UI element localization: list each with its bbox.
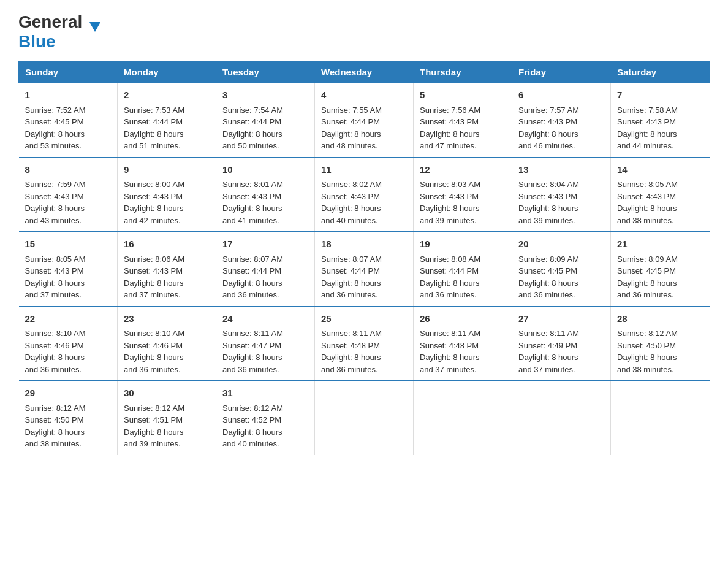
logo-row2: Blue <box>18 32 56 52</box>
day-number: 14 <box>617 163 703 177</box>
day-number: 22 <box>25 312 112 326</box>
day-info: Sunrise: 8:00 AMSunset: 4:43 PMDaylight:… <box>124 180 184 225</box>
header-wednesday: Wednesday <box>315 62 414 83</box>
header-monday: Monday <box>118 62 216 83</box>
day-info: Sunrise: 8:07 AMSunset: 4:44 PMDaylight:… <box>321 255 382 300</box>
calendar-cell: 26Sunrise: 8:11 AMSunset: 4:48 PMDayligh… <box>414 307 512 381</box>
day-number: 3 <box>222 88 308 102</box>
svg-marker-0 <box>89 22 100 32</box>
calendar-cell: 29Sunrise: 8:12 AMSunset: 4:50 PMDayligh… <box>19 381 118 455</box>
day-number: 24 <box>222 312 308 326</box>
calendar-cell: 2Sunrise: 7:53 AMSunset: 4:44 PMDaylight… <box>118 83 216 158</box>
day-info: Sunrise: 7:59 AMSunset: 4:43 PMDaylight:… <box>25 180 86 225</box>
logo-general-text: General <box>18 12 82 32</box>
week-row-2: 8Sunrise: 7:59 AMSunset: 4:43 PMDaylight… <box>19 158 710 232</box>
day-number: 19 <box>420 237 506 251</box>
day-info: Sunrise: 8:10 AMSunset: 4:46 PMDaylight:… <box>25 329 86 374</box>
header-tuesday: Tuesday <box>216 62 315 83</box>
day-info: Sunrise: 8:08 AMSunset: 4:44 PMDaylight:… <box>420 255 480 300</box>
day-info: Sunrise: 7:54 AMSunset: 4:44 PMDaylight:… <box>222 105 283 151</box>
calendar-cell: 23Sunrise: 8:10 AMSunset: 4:46 PMDayligh… <box>118 307 216 381</box>
calendar-cell: 10Sunrise: 8:01 AMSunset: 4:43 PMDayligh… <box>216 158 315 232</box>
day-number: 13 <box>518 163 604 177</box>
header-friday: Friday <box>512 62 611 83</box>
day-number: 31 <box>222 386 308 400</box>
logo-row1: General <box>18 12 89 32</box>
calendar-cell: 30Sunrise: 8:12 AMSunset: 4:51 PMDayligh… <box>118 381 216 455</box>
day-info: Sunrise: 8:12 AMSunset: 4:51 PMDaylight:… <box>124 404 184 449</box>
day-number: 18 <box>321 237 407 251</box>
calendar-table: SundayMondayTuesdayWednesdayThursdayFrid… <box>18 61 710 455</box>
calendar-cell: 27Sunrise: 8:11 AMSunset: 4:49 PMDayligh… <box>512 307 611 381</box>
day-number: 2 <box>124 88 210 102</box>
day-number: 5 <box>420 88 506 102</box>
calendar-cell: 11Sunrise: 8:02 AMSunset: 4:43 PMDayligh… <box>315 158 414 232</box>
calendar-body: 1Sunrise: 7:52 AMSunset: 4:45 PMDaylight… <box>19 83 710 455</box>
day-info: Sunrise: 8:12 AMSunset: 4:52 PMDaylight:… <box>222 404 283 449</box>
calendar-cell <box>315 381 414 455</box>
calendar-cell: 14Sunrise: 8:05 AMSunset: 4:43 PMDayligh… <box>611 158 710 232</box>
day-number: 4 <box>321 88 407 102</box>
calendar-cell: 22Sunrise: 8:10 AMSunset: 4:46 PMDayligh… <box>19 307 118 381</box>
calendar-cell: 17Sunrise: 8:07 AMSunset: 4:44 PMDayligh… <box>216 232 315 307</box>
calendar-cell: 19Sunrise: 8:08 AMSunset: 4:44 PMDayligh… <box>414 232 512 307</box>
day-info: Sunrise: 8:12 AMSunset: 4:50 PMDaylight:… <box>25 404 86 449</box>
calendar-cell: 7Sunrise: 7:58 AMSunset: 4:43 PMDaylight… <box>611 83 710 158</box>
calendar-cell: 18Sunrise: 8:07 AMSunset: 4:44 PMDayligh… <box>315 232 414 307</box>
day-number: 16 <box>124 237 210 251</box>
day-info: Sunrise: 7:52 AMSunset: 4:45 PMDaylight:… <box>25 105 86 151</box>
calendar-cell: 9Sunrise: 8:00 AMSunset: 4:43 PMDaylight… <box>118 158 216 232</box>
day-number: 21 <box>617 237 703 251</box>
week-row-1: 1Sunrise: 7:52 AMSunset: 4:45 PMDaylight… <box>19 83 710 158</box>
logo-blue-text: Blue <box>18 32 56 51</box>
calendar-cell: 12Sunrise: 8:03 AMSunset: 4:43 PMDayligh… <box>414 158 512 232</box>
day-info: Sunrise: 8:11 AMSunset: 4:48 PMDaylight:… <box>321 329 382 374</box>
calendar-cell <box>512 381 611 455</box>
day-number: 20 <box>518 237 604 251</box>
day-number: 26 <box>420 312 506 326</box>
day-info: Sunrise: 8:09 AMSunset: 4:45 PMDaylight:… <box>617 255 678 300</box>
day-number: 23 <box>124 312 210 326</box>
day-info: Sunrise: 8:11 AMSunset: 4:48 PMDaylight:… <box>420 329 480 374</box>
day-info: Sunrise: 7:56 AMSunset: 4:43 PMDaylight:… <box>420 105 480 151</box>
day-info: Sunrise: 8:12 AMSunset: 4:50 PMDaylight:… <box>617 329 678 374</box>
day-number: 1 <box>25 88 112 102</box>
calendar-cell: 28Sunrise: 8:12 AMSunset: 4:50 PMDayligh… <box>611 307 710 381</box>
day-info: Sunrise: 8:05 AMSunset: 4:43 PMDaylight:… <box>617 180 678 225</box>
header-thursday: Thursday <box>414 62 512 83</box>
logo: General Blue <box>18 12 89 52</box>
day-number: 7 <box>617 88 703 102</box>
day-number: 29 <box>25 386 112 400</box>
calendar-header: SundayMondayTuesdayWednesdayThursdayFrid… <box>19 62 710 83</box>
calendar-cell: 20Sunrise: 8:09 AMSunset: 4:45 PMDayligh… <box>512 232 611 307</box>
day-number: 25 <box>321 312 407 326</box>
day-info: Sunrise: 8:02 AMSunset: 4:43 PMDaylight:… <box>321 180 382 225</box>
day-number: 11 <box>321 163 407 177</box>
calendar-cell <box>414 381 512 455</box>
day-info: Sunrise: 7:53 AMSunset: 4:44 PMDaylight:… <box>124 105 184 151</box>
header-saturday: Saturday <box>611 62 710 83</box>
week-row-4: 22Sunrise: 8:10 AMSunset: 4:46 PMDayligh… <box>19 307 710 381</box>
week-row-5: 29Sunrise: 8:12 AMSunset: 4:50 PMDayligh… <box>19 381 710 455</box>
day-info: Sunrise: 8:03 AMSunset: 4:43 PMDaylight:… <box>420 180 480 225</box>
day-info: Sunrise: 8:11 AMSunset: 4:49 PMDaylight:… <box>518 329 579 374</box>
header-row: SundayMondayTuesdayWednesdayThursdayFrid… <box>19 62 710 83</box>
calendar-cell: 15Sunrise: 8:05 AMSunset: 4:43 PMDayligh… <box>19 232 118 307</box>
page-header: General Blue <box>18 12 710 52</box>
day-number: 8 <box>25 163 112 177</box>
day-info: Sunrise: 8:05 AMSunset: 4:43 PMDaylight:… <box>25 255 86 300</box>
calendar-cell: 24Sunrise: 8:11 AMSunset: 4:47 PMDayligh… <box>216 307 315 381</box>
calendar-cell: 5Sunrise: 7:56 AMSunset: 4:43 PMDaylight… <box>414 83 512 158</box>
header-sunday: Sunday <box>19 62 118 83</box>
day-info: Sunrise: 8:09 AMSunset: 4:45 PMDaylight:… <box>518 255 579 300</box>
day-info: Sunrise: 8:04 AMSunset: 4:43 PMDaylight:… <box>518 180 579 225</box>
day-info: Sunrise: 8:10 AMSunset: 4:46 PMDaylight:… <box>124 329 184 374</box>
calendar-cell: 31Sunrise: 8:12 AMSunset: 4:52 PMDayligh… <box>216 381 315 455</box>
calendar-cell <box>611 381 710 455</box>
day-info: Sunrise: 8:07 AMSunset: 4:44 PMDaylight:… <box>222 255 283 300</box>
calendar-cell: 3Sunrise: 7:54 AMSunset: 4:44 PMDaylight… <box>216 83 315 158</box>
day-number: 27 <box>518 312 604 326</box>
calendar-cell: 1Sunrise: 7:52 AMSunset: 4:45 PMDaylight… <box>19 83 118 158</box>
day-info: Sunrise: 8:01 AMSunset: 4:43 PMDaylight:… <box>222 180 283 225</box>
week-row-3: 15Sunrise: 8:05 AMSunset: 4:43 PMDayligh… <box>19 232 710 307</box>
